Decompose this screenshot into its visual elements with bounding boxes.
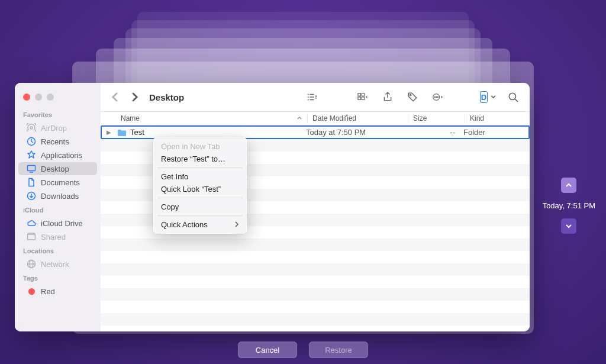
cloud-icon — [27, 218, 36, 228]
timeline-up-button[interactable] — [561, 178, 576, 193]
svg-rect-18 — [362, 97, 365, 100]
sidebar-item-network[interactable]: Network — [18, 257, 97, 270]
folder-icon — [117, 128, 127, 137]
context-menu-item-label: Restore “Test” to… — [161, 154, 225, 163]
sidebar-item-label: Applications — [41, 151, 82, 160]
context-menu-item-label: Quick Actions — [161, 220, 208, 229]
close-window-button[interactable] — [23, 94, 30, 101]
timeline-label: Today, 7:51 PM — [543, 201, 595, 210]
sidebar-item-label: Network — [41, 260, 69, 269]
sidebar-section-label: Tags — [15, 271, 101, 284]
context-menu-item[interactable]: Restore “Test” to… — [153, 153, 247, 165]
table-row — [101, 276, 530, 288]
network-icon — [27, 259, 36, 269]
svg-rect-5 — [28, 234, 36, 240]
sidebar-item-label: Shared — [41, 233, 66, 241]
svg-point-11 — [308, 97, 308, 98]
table-row — [101, 288, 530, 301]
sidebar-item-label: AirDrop — [41, 124, 67, 133]
sidebar: FavoritesAirDropRecentsApplicationsDeskt… — [15, 83, 101, 331]
cancel-button[interactable]: Cancel — [238, 342, 297, 358]
table-row — [101, 263, 530, 276]
shared-icon — [27, 232, 36, 241]
back-button[interactable] — [109, 91, 122, 104]
svg-rect-16 — [362, 94, 365, 96]
sidebar-item-label: Documents — [41, 178, 80, 187]
column-header-row: Name Date Modified Size Kind — [101, 111, 530, 125]
svg-point-19 — [410, 95, 411, 96]
column-header-size[interactable]: Size — [408, 114, 465, 123]
context-menu-item-label: Copy — [161, 202, 179, 211]
toolbar: Desktop — [101, 83, 530, 111]
apps-icon — [27, 150, 36, 160]
restore-button[interactable]: Restore — [309, 342, 368, 358]
sidebar-item-recents[interactable]: Recents — [18, 135, 97, 148]
table-row — [101, 251, 530, 263]
more-icon[interactable] — [429, 90, 446, 104]
svg-point-13 — [308, 99, 308, 100]
view-list-icon[interactable] — [304, 90, 320, 104]
forward-button[interactable] — [128, 91, 141, 104]
svg-point-24 — [509, 93, 515, 99]
sidebar-item-applications[interactable]: Applications — [18, 149, 97, 162]
window-title: Desktop — [149, 92, 184, 102]
svg-rect-2 — [28, 166, 36, 171]
sidebar-item-shared[interactable]: Shared — [18, 230, 97, 243]
sidebar-item-desktop[interactable]: Desktop — [18, 162, 97, 175]
context-menu-item[interactable]: Get Info — [153, 170, 247, 183]
zoom-window-button[interactable] — [47, 94, 54, 101]
window-controls — [15, 88, 101, 108]
context-menu-item[interactable]: Quick Actions — [153, 218, 247, 231]
finder-window: FavoritesAirDropRecentsApplicationsDeskt… — [15, 83, 530, 331]
context-menu-item: Open in New Tab — [153, 140, 247, 153]
svg-rect-15 — [358, 94, 361, 96]
context-menu-item-label: Get Info — [161, 172, 188, 181]
desktop-icon — [27, 164, 36, 173]
column-header-name[interactable]: Name — [121, 114, 307, 123]
cell-date: Today at 7:50 PM — [306, 128, 407, 137]
airdrop-icon — [27, 123, 36, 133]
minimize-window-button[interactable] — [35, 94, 42, 101]
download-icon — [27, 191, 36, 201]
context-menu-separator — [157, 215, 243, 216]
context-menu-item[interactable]: Quick Look “Test” — [153, 183, 247, 195]
context-menu-separator — [157, 198, 243, 198]
timeline-down-button[interactable] — [561, 218, 576, 234]
search-icon[interactable] — [505, 90, 521, 104]
table-row — [101, 239, 530, 251]
context-menu-item[interactable]: Copy — [153, 201, 247, 213]
sidebar-item-downloads[interactable]: Downloads — [18, 189, 97, 202]
sidebar-item-label: Downloads — [41, 192, 79, 201]
timeline-nav: Today, 7:51 PM — [543, 178, 595, 234]
sidebar-item-icloud-drive[interactable]: iCloud Drive — [18, 217, 97, 230]
context-menu-item-label: Quick Look “Test” — [161, 185, 221, 194]
column-header-date[interactable]: Date Modified — [307, 114, 408, 123]
table-row — [101, 301, 530, 313]
tag-icon[interactable] — [404, 90, 421, 104]
bottom-button-bar: Cancel Restore — [0, 342, 606, 358]
svg-rect-17 — [358, 97, 361, 100]
group-icon[interactable] — [354, 90, 371, 104]
disclosure-icon[interactable]: ▶ — [107, 129, 114, 136]
sidebar-section-label: Favorites — [15, 108, 101, 121]
context-menu: Open in New TabRestore “Test” to…Get Inf… — [153, 137, 247, 234]
table-row — [101, 313, 530, 326]
sidebar-item-label: Desktop — [41, 165, 69, 173]
sidebar-item-label: iCloud Drive — [41, 219, 83, 228]
sidebar-item-airdrop[interactable]: AirDrop — [18, 121, 97, 134]
sidebar-item-label: Recents — [41, 137, 69, 146]
tag-red-icon — [27, 286, 36, 296]
context-menu-separator — [157, 167, 243, 168]
cell-name: Test — [130, 128, 306, 137]
cell-kind: Folder — [463, 128, 528, 137]
column-header-kind[interactable]: Kind — [465, 114, 530, 123]
svg-point-9 — [308, 94, 308, 95]
sidebar-item-red[interactable]: Red — [18, 285, 97, 298]
context-menu-item-label: Open in New Tab — [161, 142, 220, 151]
sidebar-item-documents[interactable]: Documents — [18, 176, 97, 189]
svg-point-22 — [436, 96, 436, 97]
share-icon[interactable] — [379, 90, 396, 104]
svg-point-21 — [434, 96, 435, 97]
d-badge-icon[interactable]: D — [480, 90, 497, 104]
sidebar-section-label: iCloud — [15, 203, 101, 216]
